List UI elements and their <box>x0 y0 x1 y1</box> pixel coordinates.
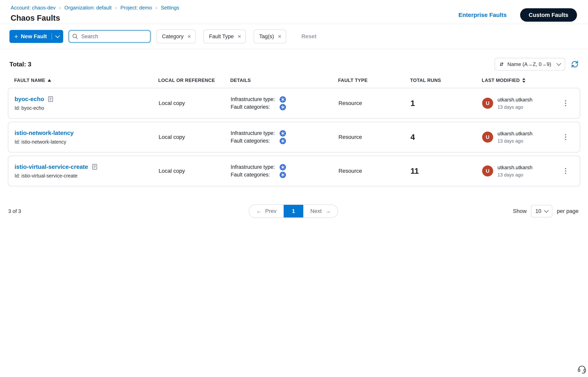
close-icon[interactable]: × <box>238 34 241 39</box>
fault-categories-label: Fault categories: <box>231 172 279 178</box>
pager: ← Prev 1 Next → <box>249 204 338 218</box>
column-header-fault-type: FAULT TYPE <box>338 78 410 83</box>
avatar: U <box>482 165 493 177</box>
chevron-down-icon <box>55 33 60 38</box>
breadcrumb-separator-icon: › <box>115 5 117 11</box>
local-or-reference-value: Local copy <box>158 134 231 140</box>
breadcrumb-project[interactable]: Project: demo <box>120 5 152 11</box>
breadcrumb-account[interactable]: Account: chaos-dev <box>11 5 56 11</box>
column-header-details: DETAILS <box>230 78 338 83</box>
column-header-local-or-reference: LOCAL OR REFERENCE <box>158 78 230 83</box>
new-fault-main[interactable]: + New Fault <box>10 33 52 40</box>
modified-by-user: utkarsh.utkarsh <box>498 165 532 171</box>
toolbar: + New Fault Category × Fault Type × <box>0 24 588 49</box>
arrow-left-icon: ← <box>256 208 261 214</box>
support-headset-icon[interactable] <box>577 364 587 374</box>
kubernetes-icon <box>279 130 286 137</box>
list-summary-bar: Total: 3 Name (A→Z, 0→9) <box>0 49 588 78</box>
sort-ascending-icon <box>48 79 51 82</box>
filter-chip-tags[interactable]: Tag(s) × <box>254 30 286 43</box>
fault-type-value: Resource <box>339 100 410 106</box>
details-cell: Infrastructure type: Fault categories: <box>231 163 339 179</box>
search-input[interactable] <box>69 30 150 43</box>
last-modified-cell: U utkarsh.utkarsh 13 days ago <box>482 130 558 144</box>
fault-id: Id: istio-virtual-service-create <box>15 173 158 179</box>
document-icon <box>48 96 53 102</box>
breadcrumb-settings[interactable]: Settings <box>161 5 179 11</box>
document-icon <box>92 164 97 170</box>
pagination-bar: 3 of 3 ← Prev 1 Next → Show 10 per page <box>8 204 578 218</box>
filter-chip-category[interactable]: Category × <box>157 30 196 43</box>
column-header-last-modified[interactable]: LAST MODIFIED <box>482 78 558 83</box>
breadcrumb-separator-icon: › <box>156 5 157 11</box>
chaos-faults-page: Account: chaos-dev › Organization: defau… <box>0 0 588 218</box>
fault-name-link[interactable]: istio-virtual-service-create <box>15 164 158 170</box>
next-label: Next <box>310 208 322 214</box>
search-box <box>69 30 150 43</box>
show-label: Show <box>513 208 527 214</box>
row-menu-button[interactable] <box>563 166 568 176</box>
fault-type-value: Resource <box>339 168 410 174</box>
fault-row: istio-network-latency Id: istio-network-… <box>8 122 580 153</box>
plus-icon: + <box>14 33 18 40</box>
new-fault-button[interactable]: + New Fault <box>10 30 63 43</box>
page-size-dropdown[interactable]: 10 <box>531 205 552 217</box>
page-number-button[interactable]: 1 <box>283 205 303 217</box>
row-menu-button[interactable] <box>563 98 568 108</box>
last-modified-cell: U utkarsh.utkarsh 13 days ago <box>482 165 558 178</box>
next-page-button[interactable]: Next → <box>303 205 338 217</box>
last-modified-cell: U utkarsh.utkarsh 13 days ago <box>482 97 558 110</box>
enterprise-faults-link[interactable]: Enterprise Faults <box>459 12 507 18</box>
row-menu-button[interactable] <box>563 132 568 142</box>
breadcrumb-separator-icon: › <box>59 5 61 11</box>
fault-row: byoc-echo Id: byoc-echo Local copy Infra… <box>8 88 580 118</box>
modified-time: 13 days ago <box>498 104 532 110</box>
fault-name-cell: byoc-echo Id: byoc-echo <box>15 96 158 111</box>
column-label: LAST MODIFIED <box>482 78 520 83</box>
close-icon[interactable]: × <box>278 34 282 39</box>
breadcrumb-organization[interactable]: Organization: default <box>64 5 112 11</box>
new-fault-label: New Fault <box>21 33 47 40</box>
fault-name-text: istio-virtual-service-create <box>15 164 88 170</box>
modified-time: 13 days ago <box>498 138 532 144</box>
column-label: FAULT NAME <box>14 78 45 83</box>
filter-chips: Category × Fault Type × Tag(s) × <box>157 30 286 43</box>
table-header-row: FAULT NAME LOCAL OR REFERENCE DETAILS FA… <box>8 78 580 88</box>
reset-filters-button[interactable]: Reset <box>299 33 319 40</box>
filter-chip-fault-type[interactable]: Fault Type × <box>204 30 246 43</box>
page-size-value: 10 <box>535 208 541 214</box>
custom-faults-button[interactable]: Custom Faults <box>520 8 577 22</box>
sort-dropdown[interactable]: Name (A→Z, 0→9) <box>495 58 565 71</box>
modified-by-user: utkarsh.utkarsh <box>498 97 532 103</box>
infrastructure-type-label: Infrastructure type: <box>231 164 279 170</box>
kubernetes-icon <box>279 104 286 110</box>
sort-updown-icon <box>499 62 504 67</box>
avatar: U <box>482 98 493 109</box>
prev-label: Prev <box>265 208 276 214</box>
kubernetes-icon <box>279 138 286 144</box>
fault-name-text: istio-network-latency <box>15 130 74 136</box>
details-cell: Infrastructure type: Fault categories: <box>231 95 339 111</box>
fault-name-link[interactable]: byoc-echo <box>15 96 158 102</box>
new-fault-dropdown-toggle[interactable] <box>52 30 63 43</box>
prev-page-button[interactable]: ← Prev <box>249 205 283 217</box>
column-label: FAULT TYPE <box>338 78 368 83</box>
fault-name-cell: istio-virtual-service-create Id: istio-v… <box>15 164 158 179</box>
details-cell: Infrastructure type: Fault categories: <box>231 129 339 145</box>
local-or-reference-value: Local copy <box>158 100 231 106</box>
fault-name-link[interactable]: istio-network-latency <box>15 130 158 136</box>
fault-categories-label: Fault categories: <box>231 138 279 144</box>
chevron-down-icon <box>556 61 561 66</box>
modified-time: 13 days ago <box>498 172 532 178</box>
modified-by-user: utkarsh.utkarsh <box>498 130 532 137</box>
total-runs-value: 11 <box>410 167 482 176</box>
column-label: DETAILS <box>230 78 251 83</box>
fault-name-text: byoc-echo <box>15 96 44 102</box>
refresh-button[interactable] <box>571 60 578 68</box>
sort-label: Name (A→Z, 0→9) <box>508 61 551 67</box>
close-icon[interactable]: × <box>188 34 191 39</box>
column-header-fault-name[interactable]: FAULT NAME <box>14 78 158 83</box>
fault-type-value: Resource <box>339 134 410 140</box>
list-controls: Name (A→Z, 0→9) <box>495 58 579 71</box>
kubernetes-icon <box>279 96 286 103</box>
